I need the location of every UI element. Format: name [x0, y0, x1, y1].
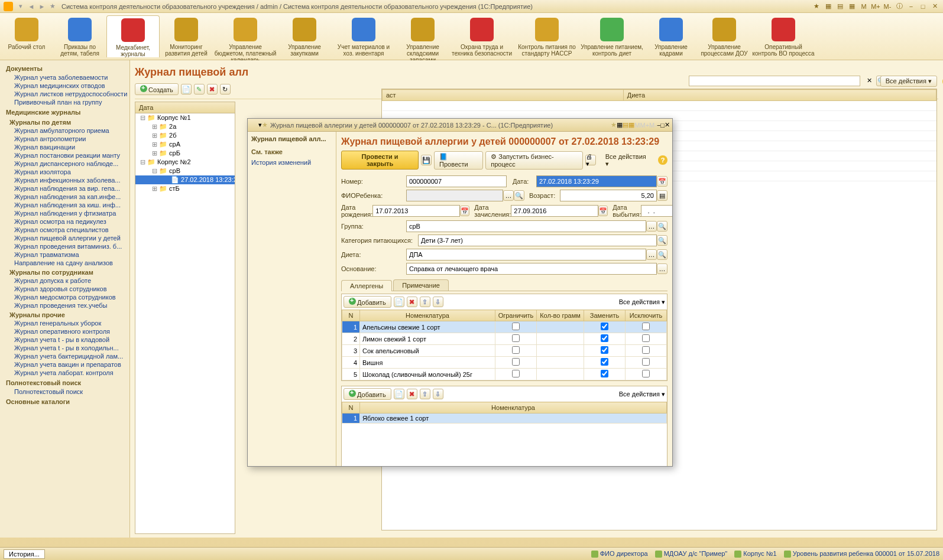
sidebar-item[interactable]: Полнотекстовый поиск: [6, 388, 129, 396]
allergen-row[interactable]: 2Лимон свежий 1 сорт: [342, 333, 667, 345]
sidebar-item[interactable]: Журнал травматизма: [6, 250, 129, 259]
all-actions-button[interactable]: Все действия ▾: [880, 76, 937, 87]
limit-checkbox[interactable]: [512, 370, 520, 377]
sidebar-item[interactable]: Журнал осмотра специалистов: [6, 226, 129, 234]
diet-select-icon[interactable]: …: [646, 249, 657, 260]
fio-input[interactable]: [406, 190, 503, 201]
edit-icon[interactable]: ✎: [194, 84, 205, 95]
sidebar-item[interactable]: Журнал вакцинации: [6, 143, 129, 151]
age-spin-icon[interactable]: ▤: [657, 190, 667, 201]
replacement-row[interactable]: 1Яблоко свежее 1 сорт: [342, 414, 667, 424]
dialog-star-icon[interactable]: ★: [611, 121, 617, 129]
sidebar-item[interactable]: Журнал учета бактерицидной лам...: [6, 352, 129, 360]
enroll-input[interactable]: [511, 205, 598, 217]
create-button[interactable]: Создать: [135, 83, 179, 95]
sidebar-item[interactable]: Журнал пищевой аллергии у детей: [6, 234, 129, 242]
enroll-picker-icon[interactable]: 📅: [598, 206, 608, 216]
exclude-checkbox[interactable]: [642, 358, 650, 366]
toolbar-item[interactable]: Рабочий стол: [0, 15, 53, 57]
allergen-row[interactable]: 4Вишня: [342, 357, 667, 369]
tab-allergens[interactable]: Аллергены: [341, 280, 392, 291]
toolbar-item[interactable]: Управление закупками: [278, 15, 331, 57]
status-link[interactable]: МДОАУ д/с "Пример": [655, 550, 728, 558]
fio-search-icon[interactable]: 🔍: [514, 190, 524, 201]
toolbar-item[interactable]: Мониторинг развития детей: [160, 15, 213, 57]
bg-col-diet[interactable]: Диета: [623, 90, 936, 101]
replace-checkbox[interactable]: [601, 370, 608, 377]
toolbar-item[interactable]: Охрана труда и техника безопасности: [449, 15, 514, 57]
toolbar-item[interactable]: Учет материалов и хоз. инвентаря: [331, 15, 396, 57]
exclude-checkbox[interactable]: [642, 323, 650, 330]
g1-col-replace[interactable]: Заменить: [584, 310, 626, 321]
sidebar-item[interactable]: Журнал оперативного контроля: [6, 327, 129, 336]
toolbar-item[interactable]: Контроль питания по стандарту HACCP: [514, 15, 579, 57]
maximize-icon[interactable]: □: [918, 2, 928, 11]
toolbar-item[interactable]: Оперативный контроль ВО процесса: [751, 15, 816, 57]
limit-checkbox[interactable]: [512, 358, 520, 366]
g1-col-name[interactable]: Номенклатура: [360, 310, 495, 321]
replace-checkbox[interactable]: [601, 358, 608, 366]
exclude-checkbox[interactable]: [642, 334, 650, 342]
replace-checkbox[interactable]: [601, 346, 608, 354]
group-select-icon[interactable]: …: [646, 221, 657, 232]
calendar-icon[interactable]: ▦: [847, 2, 857, 11]
save-icon[interactable]: 💾: [421, 155, 432, 165]
grid1-add-button[interactable]: Добавить: [344, 296, 391, 308]
g2-col-n[interactable]: N: [342, 402, 360, 414]
tree-node[interactable]: ⊟ 📁 срВ: [135, 167, 235, 175]
grid2-add-button[interactable]: Добавить: [344, 388, 391, 400]
diet-input[interactable]: [406, 249, 646, 261]
dialog-fav-icon[interactable]: ★: [262, 121, 268, 129]
search-input[interactable]: [689, 76, 860, 86]
tree-node[interactable]: ⊞ 📁 срА: [135, 140, 235, 149]
g1-col-qty[interactable]: Кол-во грамм: [537, 310, 584, 321]
toolbar-item[interactable]: Управление бюджетом, платежный календарь: [213, 15, 278, 57]
toolbar-item[interactable]: Управление процессами ДОУ: [698, 15, 751, 57]
sidebar-item[interactable]: Журнал наблюдения у фтизиатра: [6, 209, 129, 217]
group-search-icon[interactable]: 🔍: [657, 221, 667, 232]
dialog-close-icon[interactable]: ✕: [665, 121, 670, 129]
allergen-row[interactable]: 3Сок апельсиновый: [342, 345, 667, 357]
number-input[interactable]: [406, 175, 507, 187]
start-process-button[interactable]: ⚙ Запустить бизнес-процесс: [485, 151, 583, 170]
limit-checkbox[interactable]: [512, 346, 520, 354]
sidebar-item[interactable]: Журнал генеральных уборок: [6, 319, 129, 327]
tab-note[interactable]: Примечание: [393, 279, 449, 291]
dialog-maximize-icon[interactable]: □: [660, 122, 665, 129]
bg-col-ast[interactable]: аст: [383, 90, 624, 101]
cat-search-icon[interactable]: 🔍: [657, 235, 667, 246]
replace-checkbox[interactable]: [601, 323, 608, 330]
leave-input[interactable]: [641, 205, 672, 217]
sidebar-item[interactable]: Журнал наблюдения за киш. инф...: [6, 201, 129, 209]
delete-icon[interactable]: ✖: [207, 84, 218, 95]
m-minus-button[interactable]: M-: [883, 2, 892, 11]
sidebar-item[interactable]: Журнал изолятора: [6, 168, 129, 176]
exclude-checkbox[interactable]: [642, 346, 650, 354]
diet-search-icon[interactable]: 🔍: [657, 249, 667, 260]
date-picker-icon[interactable]: 📅: [657, 176, 667, 187]
minimize-icon[interactable]: −: [906, 2, 916, 11]
birth-input[interactable]: [372, 205, 460, 217]
grid1-del-icon[interactable]: ✖: [407, 297, 417, 307]
toolbar-item[interactable]: Медкабинет, журналы: [106, 15, 160, 57]
limit-checkbox[interactable]: [512, 334, 520, 342]
sidebar-item[interactable]: Журнал медосмотра сотрудников: [6, 293, 129, 301]
grid2-down-icon[interactable]: ⇩: [433, 389, 443, 399]
sidebar-item[interactable]: Прививочный план на группу: [6, 98, 129, 106]
limit-checkbox[interactable]: [512, 323, 520, 330]
sidebar-item[interactable]: Журнал амбулаторного приема: [6, 126, 129, 135]
dialog-history-link[interactable]: История изменений: [251, 158, 332, 167]
g2-col-name[interactable]: Номенклатура: [360, 402, 667, 414]
sidebar-item[interactable]: Журнал листков нетрудоспособности: [6, 90, 129, 98]
sidebar-item[interactable]: Журнал диспансерного наблюде...: [6, 159, 129, 168]
toolbar-item[interactable]: Приказы по детям, табеля: [53, 15, 106, 57]
age-input[interactable]: [560, 190, 657, 201]
nav-fwd-icon[interactable]: ►: [38, 2, 46, 11]
tree-node[interactable]: ⊞ 📁 2б: [135, 131, 235, 140]
tree-node[interactable]: ⊞ 📁 2а: [135, 122, 235, 131]
grid1-down-icon[interactable]: ⇩: [433, 297, 443, 307]
refresh-icon[interactable]: ↻: [220, 84, 231, 95]
status-link[interactable]: Корпус №1: [734, 550, 776, 558]
status-link[interactable]: ФИО директора: [591, 550, 648, 558]
toolbar-item[interactable]: Управление кадрами: [644, 15, 698, 57]
